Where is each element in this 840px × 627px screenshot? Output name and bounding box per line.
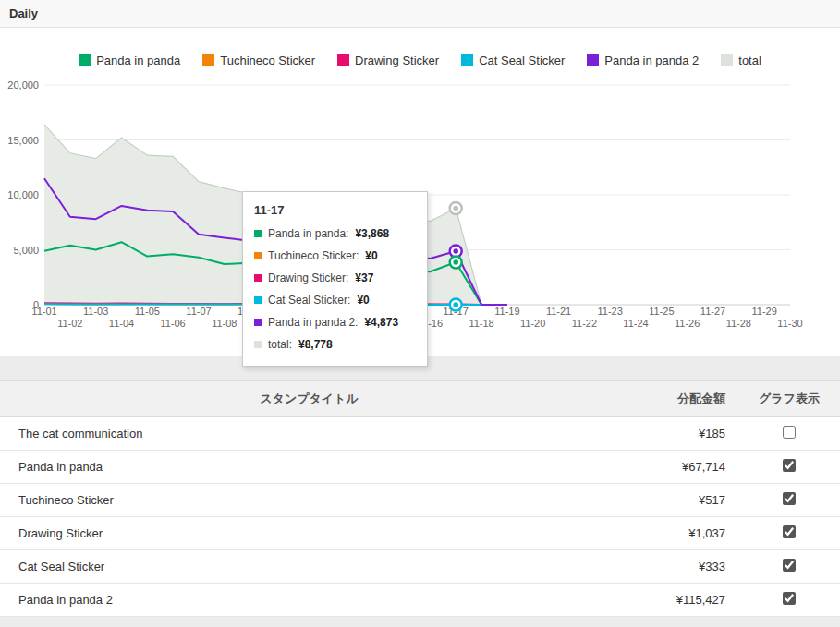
tooltip-series-label: Tuchineco Sticker: [268,249,359,262]
graph-display-cell [738,451,840,484]
graph-display-checkbox[interactable] [783,592,796,605]
x-axis-label: 11-28 [726,318,751,329]
table-row: Panda in panda¥67,714 [0,451,840,484]
legend-label: Tuchineco Sticker [220,54,315,67]
distribution-amount: ¥517 [618,484,738,517]
tooltip-series-value: ¥4,873 [364,316,398,329]
x-axis-label: 11-04 [109,318,134,329]
x-axis-label: 11-23 [598,306,623,317]
tooltip-series-label: Drawing Sticker: [268,271,348,284]
x-axis-label: 11-19 [494,306,519,317]
legend-label: total [738,54,761,67]
tooltip-series-label: total: [268,338,292,351]
tooltip-series-value: ¥8,778 [298,338,333,351]
graph-display-cell [738,584,840,617]
x-axis-label: 11-22 [572,318,597,329]
tooltip-rows: Panda in panda: ¥3,868Tuchineco Sticker:… [254,227,416,351]
legend-label: Panda in panda [96,54,180,67]
graph-display-checkbox[interactable] [783,492,796,505]
y-axis-label: 15,000 [7,135,39,146]
topbar: Daily [0,0,840,28]
legend-item: Cat Seal Sticker [461,54,565,67]
x-axis-label: 11-05 [135,306,160,317]
table-row: Drawing Sticker¥1,037 [0,517,840,550]
tooltip-swatch-icon [254,341,262,348]
chart-panel: Panda in pandaTuchineco StickerDrawing S… [0,28,840,356]
sticker-title: Tuchineco Sticker [0,484,618,517]
table-row: Tuchineco Sticker¥517 [0,484,840,517]
graph-display-cell [738,550,840,584]
x-axis-label: 11-24 [623,318,648,329]
legend-label: Drawing Sticker [355,54,439,67]
x-axis-label: 11-26 [675,318,700,329]
highlight-marker [450,299,462,311]
tooltip-row: Tuchineco Sticker: ¥0 [254,249,416,262]
tooltip-series-value: ¥3,868 [355,227,389,240]
legend-swatch-icon [587,54,599,66]
tooltip-date: 11-17 [254,203,416,217]
tooltip-swatch-icon [254,230,262,237]
sticker-title: Panda in panda [0,451,618,484]
graph-display-cell [738,484,840,517]
tooltip-series-label: Panda in panda: [268,227,348,240]
graph-display-checkbox[interactable] [783,525,796,538]
x-axis-label: 11-01 [31,306,56,317]
sticker-title: Cat Seal Sticker [0,550,618,584]
distribution-amount: ¥115,427 [618,584,738,617]
tooltip-series-value: ¥37 [355,271,373,284]
legend-swatch-icon [337,54,349,66]
tooltip-series-label: Cat Seal Sticker: [268,294,350,307]
tooltip-swatch-icon [254,319,262,326]
tooltip-swatch-icon [254,296,262,304]
x-axis-label: 11-08 [212,318,237,329]
chart-tooltip: 11-17 Panda in panda: ¥3,868Tuchineco St… [242,191,428,367]
column-header-graph: グラフ表示 [738,381,840,417]
legend-item: Panda in panda 2 [587,54,699,67]
x-axis-label: 11-03 [83,306,108,317]
highlight-marker [450,202,462,214]
legend-item: Drawing Sticker [337,54,439,67]
tooltip-row: Panda in panda 2: ¥4,873 [254,316,416,329]
column-header-title: スタンプタイトル [0,381,618,417]
legend-swatch-icon [79,54,91,66]
tooltip-series-value: ¥0 [357,294,369,307]
table-row: Cat Seal Sticker¥333 [0,550,840,584]
x-axis-label: 11-21 [546,306,571,317]
x-axis-label: 11-30 [777,318,802,329]
distribution-amount: ¥333 [618,550,738,584]
sticker-title: The cat communication [0,417,618,451]
x-axis-label: 11-29 [752,306,777,317]
x-axis-label: 11-02 [57,318,82,329]
x-axis-label: 11-20 [520,318,545,329]
graph-display-checkbox[interactable] [783,426,796,439]
tooltip-series-label: Panda in panda 2: [268,316,358,329]
tooltip-row: total: ¥8,778 [254,338,416,351]
column-header-amount: 分配金額 [618,381,738,417]
sticker-title: Drawing Sticker [0,517,618,550]
tooltip-row: Panda in panda: ¥3,868 [254,227,416,240]
table-row: The cat communication¥185 [0,417,840,451]
sticker-title: Panda in panda 2 [0,584,618,617]
legend-swatch-icon [202,54,214,66]
distribution-amount: ¥185 [618,417,738,451]
table-row: Panda in panda 2¥115,427 [0,584,840,617]
y-axis-label: 20,000 [7,79,39,90]
page-title: Daily [9,6,38,20]
legend-label: Cat Seal Sticker [479,54,565,67]
tooltip-row: Cat Seal Sticker: ¥0 [254,294,416,307]
tooltip-swatch-icon [254,274,262,282]
sticker-table: スタンプタイトル 分配金額 グラフ表示 The cat communicatio… [0,380,840,617]
x-axis-label: 11-18 [469,318,493,329]
distribution-amount: ¥1,037 [618,517,738,550]
graph-display-checkbox[interactable] [783,459,796,472]
y-axis-label: 10,000 [7,189,39,200]
legend-item: Tuchineco Sticker [202,54,315,67]
highlight-marker [450,257,462,269]
graph-display-cell [738,417,840,451]
graph-display-checkbox[interactable] [783,559,796,572]
x-axis-label: 11-07 [186,306,211,317]
legend-item: total [721,54,761,67]
x-axis-label: 11-25 [649,306,674,317]
x-axis-label: 11-27 [700,306,725,317]
y-axis-label: 5,000 [13,245,39,256]
